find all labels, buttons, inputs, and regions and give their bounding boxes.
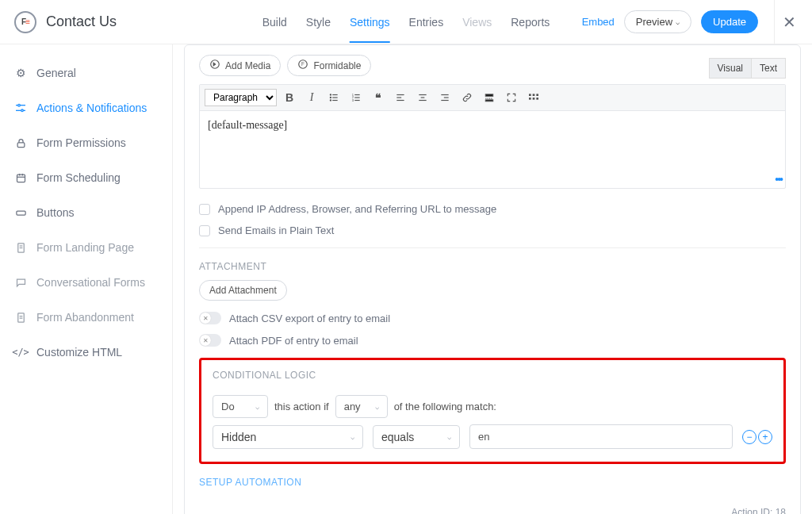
formidable-icon: F xyxy=(297,59,308,72)
sidebar-item-abandonment[interactable]: Form Abandonment xyxy=(0,300,172,335)
tab-build[interactable]: Build xyxy=(262,2,287,43)
svg-point-1 xyxy=(18,104,21,106)
svg-text:F: F xyxy=(301,61,304,67)
preview-button[interactable]: Preview⌵ xyxy=(624,10,691,33)
tab-entries[interactable]: Entries xyxy=(409,2,444,43)
tab-settings[interactable]: Settings xyxy=(350,2,390,43)
attach-pdf-toggle[interactable] xyxy=(199,334,221,347)
action-id: Action ID: 18 xyxy=(199,496,786,514)
embed-link[interactable]: Embed xyxy=(582,16,615,28)
italic-button[interactable]: I xyxy=(302,88,321,107)
media-row: Add Media F Formidable xyxy=(199,45,786,84)
checkbox-icon xyxy=(199,225,210,236)
sidebar-item-label: Form Permissions xyxy=(36,136,126,149)
svg-rect-9 xyxy=(16,211,25,215)
bullet-list-button[interactable] xyxy=(324,88,343,107)
preview-label: Preview xyxy=(636,16,672,28)
chevron-down-icon: ⌵ xyxy=(350,433,354,441)
editor-content[interactable]: [default-message] xyxy=(200,111,785,173)
plain-text-label: Send Emails in Plain Text xyxy=(218,224,334,236)
wysiwyg-editor: Paragraph B I 123 ❝ xyxy=(199,84,786,189)
sidebar-item-landing[interactable]: Form Landing Page xyxy=(0,230,172,265)
tab-reports[interactable]: Reports xyxy=(511,2,550,43)
page-icon xyxy=(14,241,27,254)
toolbar-toggle-button[interactable] xyxy=(524,88,543,107)
align-left-button[interactable] xyxy=(391,88,410,107)
code-icon: </> xyxy=(14,346,27,359)
chevron-down-icon: ⌵ xyxy=(447,433,451,441)
do-select[interactable]: Do⌵ xyxy=(213,395,268,418)
sidebar-item-label: Customize HTML xyxy=(36,346,122,359)
editor-tab-visual[interactable]: Visual xyxy=(709,58,751,79)
document-icon xyxy=(14,311,27,324)
sidebar: ⚙ General Actions & Notifications Form P… xyxy=(0,44,173,514)
logo-icon: F≡ xyxy=(14,11,36,33)
media-icon xyxy=(209,59,220,72)
fullscreen-button[interactable] xyxy=(502,88,521,107)
page-title: Contact Us xyxy=(46,13,117,30)
rule-field-value: Hidden xyxy=(221,431,256,443)
link-button[interactable] xyxy=(458,88,477,107)
svg-rect-4 xyxy=(17,142,25,147)
svg-rect-40 xyxy=(485,94,492,96)
svg-text:3: 3 xyxy=(352,98,354,102)
conditional-heading: CONDITIONAL LOGIC xyxy=(213,370,772,389)
form-action-panel: Add Media F Formidable Visual Text xyxy=(184,44,801,514)
header: F≡ Contact Us Build Style Settings Entri… xyxy=(0,0,812,44)
sidebar-item-general[interactable]: ⚙ General xyxy=(0,56,172,90)
append-ip-label: Append IP Address, Browser, and Referrin… xyxy=(218,203,496,215)
add-media-button[interactable]: Add Media xyxy=(199,55,281,76)
editor-resize-handle[interactable]: ••• xyxy=(200,173,785,188)
append-ip-checkbox[interactable]: Append IP Address, Browser, and Referrin… xyxy=(199,198,786,220)
rule-value-input[interactable] xyxy=(469,424,733,449)
brand: F≡ Contact Us xyxy=(14,11,117,33)
slider-icon xyxy=(14,102,27,114)
message-options: Append IP Address, Browser, and Referrin… xyxy=(199,189,786,248)
align-center-button[interactable] xyxy=(413,88,432,107)
any-select[interactable]: any⌵ xyxy=(335,395,388,418)
tab-views[interactable]: Views xyxy=(462,2,492,43)
rule-field-select[interactable]: Hidden⌵ xyxy=(213,425,363,449)
svg-rect-44 xyxy=(533,94,535,96)
editor-tab-text[interactable]: Text xyxy=(751,58,786,79)
svg-rect-45 xyxy=(536,94,538,96)
plain-text-checkbox[interactable]: Send Emails in Plain Text xyxy=(199,220,786,241)
svg-rect-42 xyxy=(485,100,492,102)
sidebar-item-conversational[interactable]: Conversational Forms xyxy=(0,265,172,300)
svg-point-23 xyxy=(330,100,331,101)
sidebar-item-permissions[interactable]: Form Permissions xyxy=(0,125,172,160)
close-icon[interactable]: ✕ xyxy=(774,0,798,44)
sidebar-item-html[interactable]: </> Customize HTML xyxy=(0,335,172,370)
condition-rule: Hidden⌵ equals⌵ − + xyxy=(213,424,772,449)
sidebar-item-label: Form Landing Page xyxy=(36,241,134,254)
attach-pdf-label: Attach PDF of entry to email xyxy=(229,335,358,347)
button-icon xyxy=(14,206,27,219)
rule-operator-select[interactable]: equals⌵ xyxy=(373,425,460,449)
update-button[interactable]: Update xyxy=(701,10,758,33)
formidable-button[interactable]: F Formidable xyxy=(287,55,371,76)
sidebar-item-label: General xyxy=(36,67,76,79)
any-select-value: any xyxy=(344,401,361,412)
add-rule-button[interactable]: + xyxy=(758,430,772,444)
tab-style[interactable]: Style xyxy=(306,2,331,43)
sidebar-item-scheduling[interactable]: Form Scheduling xyxy=(0,160,172,195)
sidebar-item-actions[interactable]: Actions & Notifications xyxy=(0,90,172,125)
bold-button[interactable]: B xyxy=(280,88,299,107)
add-attachment-button[interactable]: Add Attachment xyxy=(199,280,287,301)
remove-rule-button[interactable]: − xyxy=(742,430,756,444)
sidebar-item-label: Buttons xyxy=(36,206,74,219)
svg-rect-48 xyxy=(536,98,538,100)
quote-button[interactable]: ❝ xyxy=(369,88,388,107)
gear-icon: ⚙ xyxy=(14,67,27,79)
do-select-value: Do xyxy=(221,401,235,412)
insert-more-button[interactable] xyxy=(480,88,499,107)
cond-text-1: this action if xyxy=(274,401,329,412)
attach-csv-toggle[interactable] xyxy=(199,312,221,324)
setup-automation-link[interactable]: SETUP AUTOMATION xyxy=(199,464,786,496)
align-right-button[interactable] xyxy=(435,88,454,107)
number-list-button[interactable]: 123 xyxy=(347,88,366,107)
chevron-down-icon: ⌵ xyxy=(375,403,379,411)
format-select[interactable]: Paragraph xyxy=(205,89,277,106)
editor-mode-tabs: Visual Text xyxy=(709,58,786,79)
sidebar-item-buttons[interactable]: Buttons xyxy=(0,195,172,230)
